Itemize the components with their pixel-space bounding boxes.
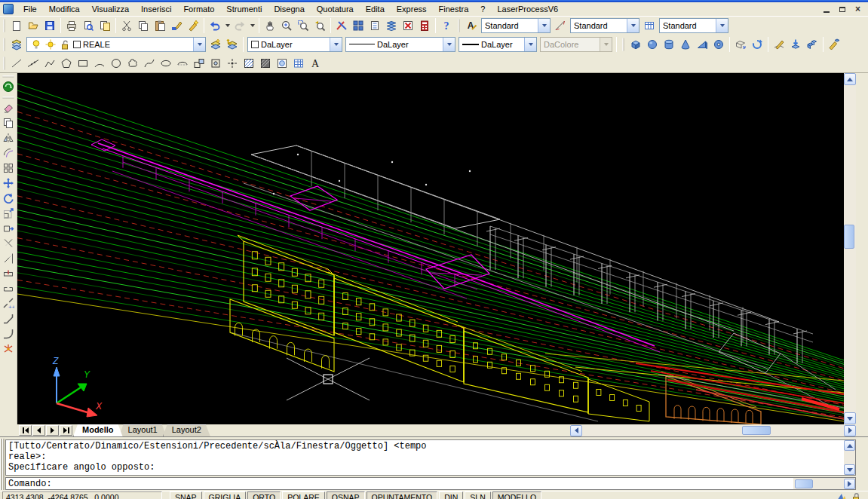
- toggle-polare[interactable]: POLARE: [282, 491, 325, 499]
- restore-button[interactable]: [836, 5, 848, 14]
- extend-button[interactable]: [1, 251, 17, 266]
- toolbar-grip[interactable]: [3, 57, 5, 70]
- pan-button[interactable]: [262, 17, 278, 34]
- paste-button[interactable]: [152, 17, 168, 34]
- ellipse-arc-button[interactable]: [174, 55, 191, 72]
- revision-cloud-button[interactable]: [124, 55, 141, 72]
- redo-dropdown-button[interactable]: [248, 17, 256, 34]
- circle-button[interactable]: [108, 55, 124, 72]
- toggle-modello[interactable]: MODELLO: [492, 491, 541, 499]
- cylinder-button[interactable]: [661, 36, 677, 53]
- hatch-button[interactable]: [241, 55, 257, 72]
- menu-modifica[interactable]: Modifica: [43, 3, 86, 15]
- dropdown-arrow-icon[interactable]: [716, 19, 728, 32]
- command-scroll-right[interactable]: [844, 479, 855, 489]
- wedge-button[interactable]: [694, 36, 710, 53]
- make-block-button[interactable]: [207, 55, 224, 72]
- ellipse-button[interactable]: [158, 55, 174, 72]
- orbit-button[interactable]: [1, 79, 17, 94]
- tab-last-button[interactable]: [60, 425, 72, 436]
- rectangle-button[interactable]: [75, 55, 91, 72]
- publish-button[interactable]: [97, 17, 113, 34]
- break-at-point-button[interactable]: [1, 266, 17, 281]
- lock-icon[interactable]: [850, 491, 862, 499]
- save-button[interactable]: [41, 17, 58, 34]
- scroll-thumb[interactable]: [844, 225, 854, 249]
- scroll-up-button[interactable]: [844, 73, 856, 85]
- dropdown-arrow-icon[interactable]: [627, 19, 639, 32]
- slice-button[interactable]: [771, 36, 787, 53]
- menu-formato[interactable]: Formato: [177, 3, 220, 15]
- dropdown-arrow-icon[interactable]: [524, 38, 536, 51]
- layer-combo[interactable]: REALE: [26, 37, 206, 52]
- tab-prev-button[interactable]: [32, 425, 45, 436]
- linetype-combo[interactable]: DaLayer: [345, 37, 455, 52]
- arc-button[interactable]: [91, 55, 108, 72]
- toolbar-grip[interactable]: [3, 38, 5, 51]
- dropdown-arrow-icon[interactable]: [330, 38, 342, 51]
- scale-button[interactable]: [1, 206, 17, 221]
- toolbar-grip[interactable]: [458, 19, 460, 32]
- fillet-button[interactable]: [1, 326, 17, 341]
- mirror-button[interactable]: [1, 130, 17, 145]
- command-hscroll-thumb[interactable]: [795, 479, 813, 488]
- toolbar-grip[interactable]: [3, 19, 5, 32]
- tab-first-button[interactable]: [19, 425, 32, 436]
- menu-visualizza[interactable]: Visualizza: [86, 3, 135, 15]
- dropdown-arrow-icon[interactable]: [538, 19, 550, 32]
- menu-inserisci[interactable]: Inserisci: [135, 3, 177, 15]
- toggle-din[interactable]: DIN: [439, 491, 463, 499]
- toggle-orto[interactable]: ORTO: [247, 491, 281, 499]
- line-button[interactable]: [8, 55, 25, 72]
- redo-button[interactable]: [232, 17, 248, 34]
- copy-object-button[interactable]: [1, 115, 17, 130]
- toggle-snap[interactable]: SNAP: [170, 491, 202, 499]
- scroll-left-button[interactable]: [570, 425, 582, 436]
- join-button[interactable]: ++: [1, 296, 17, 311]
- drawing-area[interactable]: ZYX: [17, 73, 856, 424]
- polygon-button[interactable]: [58, 55, 75, 72]
- menu-file[interactable]: File: [17, 3, 43, 15]
- menu-disegna[interactable]: Disegna: [268, 3, 310, 15]
- text-style-combo[interactable]: Standard: [481, 18, 551, 33]
- tab-next-button[interactable]: [46, 425, 59, 436]
- quick-calc-button[interactable]: [416, 17, 433, 34]
- menu-laserprocessv6[interactable]: LaserProcessV6: [491, 3, 564, 15]
- annotation-scale-icon[interactable]: [836, 491, 848, 499]
- zoom-previous-button[interactable]: [311, 17, 328, 34]
- menu-finestra[interactable]: Finestra: [433, 3, 475, 15]
- text-style-button[interactable]: A: [463, 17, 480, 34]
- move-button[interactable]: [1, 176, 17, 191]
- tab-modello[interactable]: Modello: [73, 424, 123, 436]
- menu-edita[interactable]: Edita: [360, 3, 391, 15]
- print-preview-button[interactable]: [80, 17, 97, 34]
- dim-style-button[interactable]: [552, 17, 569, 34]
- hscroll-thumb[interactable]: [742, 426, 771, 435]
- copy-button[interactable]: [135, 17, 152, 34]
- sheet-set-manager-button[interactable]: [383, 17, 400, 34]
- polyline-button[interactable]: [41, 55, 58, 72]
- polysolid-button[interactable]: [732, 36, 749, 53]
- command-hscrollbar[interactable]: [793, 478, 855, 489]
- command-vscrollbar[interactable]: [844, 440, 855, 475]
- command-prompt[interactable]: Comando:: [6, 479, 793, 489]
- stretch-button[interactable]: [1, 221, 17, 236]
- toolbar-grip[interactable]: [2, 75, 14, 78]
- spline-button[interactable]: [141, 55, 158, 72]
- hscroll-track[interactable]: [582, 425, 844, 436]
- properties-button[interactable]: [333, 17, 350, 34]
- multiline-text-button[interactable]: A: [307, 55, 324, 72]
- explode-button[interactable]: [1, 341, 17, 357]
- menu-strumenti[interactable]: Strumenti: [220, 3, 268, 15]
- 3d-rotate-button[interactable]: [749, 36, 765, 53]
- layer-states-button[interactable]: [207, 36, 224, 53]
- table-style-combo[interactable]: Standard: [659, 18, 728, 33]
- undo-dropdown-button[interactable]: [223, 17, 232, 34]
- toolbar-grip[interactable]: [622, 38, 624, 51]
- tab-layout2[interactable]: Layout2: [163, 424, 210, 436]
- cut-button[interactable]: [118, 17, 135, 34]
- horizontal-scrollbar[interactable]: [570, 425, 856, 436]
- menu-quotatura[interactable]: Quotatura: [311, 3, 360, 15]
- dropdown-arrow-icon[interactable]: [443, 38, 455, 51]
- command-scroll-down[interactable]: [844, 464, 855, 475]
